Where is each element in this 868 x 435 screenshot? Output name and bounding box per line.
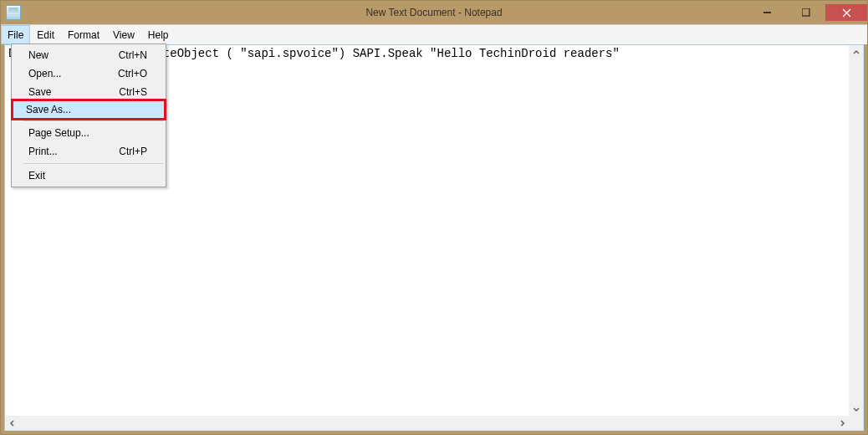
menu-label: File	[8, 29, 23, 41]
close-icon	[842, 8, 851, 18]
titlebar[interactable]: New Text Document - Notepad	[1, 1, 867, 24]
menu-item-save-as[interactable]: Save As...	[11, 99, 166, 120]
scroll-up-button[interactable]	[849, 45, 863, 59]
menu-item-shortcut: Ctrl+N	[119, 49, 147, 61]
menu-edit[interactable]: Edit	[30, 25, 61, 44]
scrollbar-horizontal[interactable]	[5, 416, 849, 430]
menu-item-label: Print...	[28, 146, 119, 157]
menu-help[interactable]: Help	[141, 25, 176, 44]
menu-item-label: Page Setup...	[28, 127, 147, 139]
menu-item-print[interactable]: Print... Ctrl+P	[13, 142, 164, 161]
menu-item-label: Open...	[28, 68, 118, 79]
menu-item-label: Exit	[28, 170, 147, 182]
chevron-left-icon	[9, 420, 16, 427]
minimize-icon	[763, 8, 772, 17]
menu-item-label: Save	[28, 86, 119, 98]
notepad-window: New Text Document - Notepad File Edit Fo…	[0, 0, 868, 435]
svg-rect-1	[802, 8, 809, 16]
window-controls	[748, 4, 867, 21]
menu-item-label: New	[28, 49, 119, 61]
menu-label: Edit	[37, 29, 54, 41]
menu-item-shortcut: Ctrl+O	[118, 68, 147, 79]
scroll-right-button[interactable]	[835, 416, 849, 430]
menu-file[interactable]: File	[1, 25, 30, 44]
window-title: New Text Document - Notepad	[365, 7, 502, 18]
scroll-track-h[interactable]	[19, 416, 835, 430]
menu-item-shortcut: Ctrl+P	[119, 146, 147, 157]
scroll-track-v[interactable]	[849, 59, 863, 402]
notepad-icon	[6, 5, 21, 20]
menubar: File Edit Format View Help	[1, 24, 867, 44]
scroll-down-button[interactable]	[849, 402, 863, 416]
menu-label: Help	[148, 29, 169, 41]
menu-label: Format	[68, 29, 100, 41]
menu-item-shortcut: Ctrl+S	[119, 86, 147, 98]
menu-label: View	[113, 29, 135, 41]
scrollbar-vertical[interactable]	[849, 45, 863, 416]
maximize-icon	[802, 8, 810, 17]
menu-item-page-setup[interactable]: Page Setup...	[13, 124, 164, 142]
menu-separator	[23, 120, 163, 121]
menu-item-exit[interactable]: Exit	[13, 166, 164, 185]
chevron-right-icon	[839, 420, 845, 427]
file-dropdown: New Ctrl+N Open... Ctrl+O Save Ctrl+S Sa…	[11, 44, 166, 187]
close-button[interactable]	[825, 4, 867, 21]
svg-rect-0	[763, 12, 771, 13]
chevron-up-icon	[853, 49, 860, 56]
menu-view[interactable]: View	[106, 25, 141, 44]
menu-separator	[23, 163, 163, 164]
menu-item-open[interactable]: Open... Ctrl+O	[13, 64, 164, 83]
minimize-button[interactable]	[748, 4, 787, 21]
scroll-left-button[interactable]	[5, 416, 19, 430]
scroll-corner	[849, 416, 863, 430]
maximize-button[interactable]	[787, 4, 825, 21]
menu-item-new[interactable]: New Ctrl+N	[13, 46, 164, 64]
menu-format[interactable]: Format	[61, 25, 106, 44]
chevron-down-icon	[853, 406, 860, 412]
menu-item-label: Save As...	[26, 104, 150, 115]
